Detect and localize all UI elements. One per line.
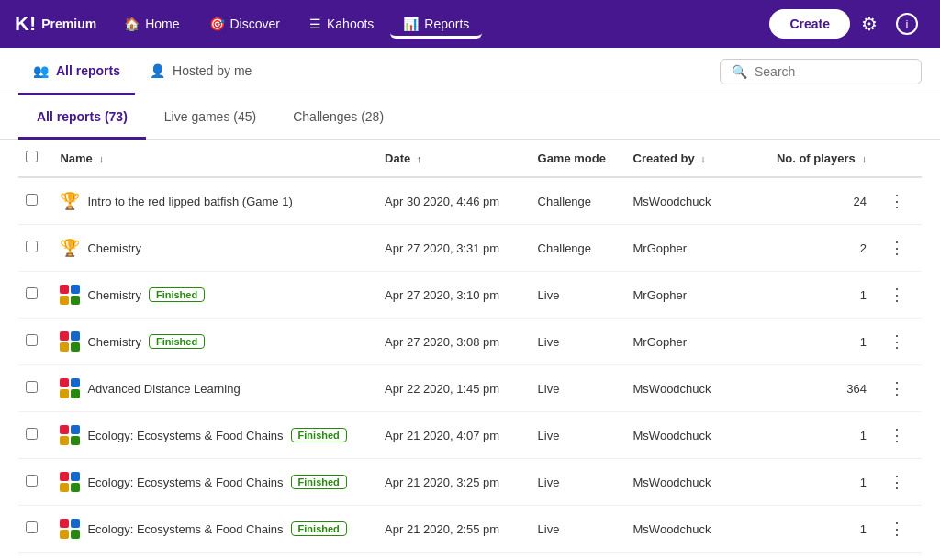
row-checkbox-4[interactable] xyxy=(26,381,38,393)
row-date-8: Apr 21 2020, 2:40 pm xyxy=(377,553,530,561)
row-name-cell-7: Ecology: Ecosystems & Food Chains Finish… xyxy=(52,506,377,553)
brand-name: Premium xyxy=(41,17,96,30)
row-creator-5: MsWoodchuck xyxy=(626,412,750,459)
row-more-button-6[interactable]: ⋮ xyxy=(881,468,912,496)
finished-badge: Finished xyxy=(291,521,347,536)
tab-hosted-by-me[interactable]: 👤 Hosted by me xyxy=(135,49,266,95)
row-name-text: Ecology: Ecosystems & Food Chains xyxy=(87,476,283,489)
row-players-0: 24 xyxy=(750,177,874,225)
row-mode-0: Challenge xyxy=(531,177,626,225)
kahoot-grid-icon xyxy=(60,472,80,492)
row-creator-1: MrGopher xyxy=(626,225,750,272)
row-name-text: Chemistry xyxy=(87,241,141,255)
filter-all[interactable]: All reports (73) xyxy=(18,96,146,140)
table-row: 🏆 Chemistry Apr 27 2020, 3:31 pmChalleng… xyxy=(18,225,922,272)
row-players-3: 1 xyxy=(750,319,874,365)
row-checkbox-0[interactable] xyxy=(26,194,38,206)
row-name-cell-3: Chemistry Finished xyxy=(52,319,377,365)
nav-discover[interactable]: 🎯 Discover xyxy=(196,9,293,39)
row-players-4: 364 xyxy=(750,365,874,412)
tab-all-reports-label: All reports xyxy=(56,63,120,78)
col-name[interactable]: Name ↓ xyxy=(52,140,377,177)
row-actions-3: ⋮ xyxy=(874,319,922,365)
row-name-cell-6: Ecology: Ecosystems & Food Chains Finish… xyxy=(52,459,377,506)
row-players-5: 1 xyxy=(750,412,874,459)
row-checkbox-5[interactable] xyxy=(26,428,38,440)
row-creator-4: MsWoodchuck xyxy=(626,365,750,412)
col-players-label: No. of players xyxy=(777,151,856,165)
row-name-cell-5: Ecology: Ecosystems & Food Chains Finish… xyxy=(52,412,377,459)
row-check-4 xyxy=(18,365,52,412)
players-sort-arrow: ↓ xyxy=(861,153,867,164)
row-creator-8: MsWoodchuck xyxy=(626,553,750,561)
settings-button[interactable]: ⚙ xyxy=(854,9,885,39)
name-sort-arrow: ↓ xyxy=(98,153,104,164)
row-creator-6: MsWoodchuck xyxy=(626,459,750,506)
reports-table: Name ↓ Date ↑ Game mode Created by ↓ xyxy=(18,140,922,560)
kahoot-grid-icon xyxy=(60,378,80,398)
home-icon: 🏠 xyxy=(124,17,140,31)
table-row: Ecology: Ecosystems & Food Chains Finish… xyxy=(18,553,922,561)
col-creator[interactable]: Created by ↓ xyxy=(626,140,750,177)
col-players[interactable]: No. of players ↓ xyxy=(750,140,874,177)
row-creator-3: MrGopher xyxy=(626,319,750,365)
row-more-button-0[interactable]: ⋮ xyxy=(881,187,912,215)
row-checkbox-2[interactable] xyxy=(26,287,38,299)
tab-all-reports[interactable]: 👥 All reports xyxy=(18,49,135,95)
trophy-icon: 🏆 xyxy=(60,238,80,258)
col-mode: Game mode xyxy=(531,140,626,177)
col-mode-label: Game mode xyxy=(538,151,606,165)
row-check-0 xyxy=(18,177,52,225)
row-mode-8: Live xyxy=(531,553,626,561)
nav-reports-label: Reports xyxy=(424,17,469,31)
row-actions-5: ⋮ xyxy=(874,412,922,459)
filter-live[interactable]: Live games (45) xyxy=(146,96,274,140)
row-date-5: Apr 21 2020, 4:07 pm xyxy=(377,412,530,459)
filter-challenges[interactable]: Challenges (28) xyxy=(274,96,402,140)
table-row: Advanced Distance Learning Apr 22 2020, … xyxy=(18,365,922,412)
row-mode-6: Live xyxy=(531,459,626,506)
row-more-button-4[interactable]: ⋮ xyxy=(881,375,912,402)
brand-logo[interactable]: K! Premium xyxy=(15,12,96,36)
select-all-checkbox[interactable] xyxy=(26,151,38,162)
row-mode-5: Live xyxy=(531,412,626,459)
col-actions xyxy=(874,140,922,177)
row-more-button-1[interactable]: ⋮ xyxy=(881,234,912,262)
row-players-7: 1 xyxy=(750,506,874,553)
row-more-button-2[interactable]: ⋮ xyxy=(881,281,912,308)
row-checkbox-7[interactable] xyxy=(26,521,38,533)
row-checkbox-1[interactable] xyxy=(26,241,38,252)
row-date-0: Apr 30 2020, 4:46 pm xyxy=(377,177,530,225)
row-players-2: 1 xyxy=(750,272,874,319)
row-mode-7: Live xyxy=(531,506,626,553)
row-more-button-7[interactable]: ⋮ xyxy=(881,515,912,543)
main-content: All reports (73) Live games (45) Challen… xyxy=(0,95,940,560)
row-date-1: Apr 27 2020, 3:31 pm xyxy=(377,225,530,272)
row-date-3: Apr 27 2020, 3:08 pm xyxy=(377,319,530,365)
search-input[interactable] xyxy=(755,64,910,79)
col-date[interactable]: Date ↑ xyxy=(377,140,530,177)
table-row: 🏆 Intro to the red lipped batfish (Game … xyxy=(18,177,922,225)
brand-text: Premium xyxy=(41,17,96,30)
top-navigation: K! Premium 🏠 Home 🎯 Discover ☰ Kahoots 📊… xyxy=(0,0,940,48)
reports-table-wrap: Name ↓ Date ↑ Game mode Created by ↓ xyxy=(0,140,940,560)
row-name-cell-4: Advanced Distance Learning xyxy=(52,365,377,412)
nav-reports[interactable]: 📊 Reports xyxy=(390,9,482,39)
row-checkbox-6[interactable] xyxy=(26,475,38,487)
row-actions-0: ⋮ xyxy=(874,177,922,225)
nav-home[interactable]: 🏠 Home xyxy=(111,9,192,39)
row-creator-7: MsWoodchuck xyxy=(626,506,750,553)
create-button[interactable]: Create xyxy=(769,9,850,39)
row-checkbox-3[interactable] xyxy=(26,334,38,346)
col-name-label: Name xyxy=(60,151,92,165)
table-row: Ecology: Ecosystems & Food Chains Finish… xyxy=(18,506,922,553)
table-row: Chemistry Finished Apr 27 2020, 3:10 pmL… xyxy=(18,272,922,319)
nav-kahoots[interactable]: ☰ Kahoots xyxy=(297,9,386,39)
row-actions-7: ⋮ xyxy=(874,506,922,553)
info-button[interactable]: i xyxy=(889,9,925,39)
row-more-button-3[interactable]: ⋮ xyxy=(881,328,912,355)
brand-k-icon: K! xyxy=(15,12,36,36)
row-more-button-5[interactable]: ⋮ xyxy=(881,421,912,449)
row-check-8 xyxy=(18,553,52,561)
kahoot-grid-icon xyxy=(60,285,80,305)
